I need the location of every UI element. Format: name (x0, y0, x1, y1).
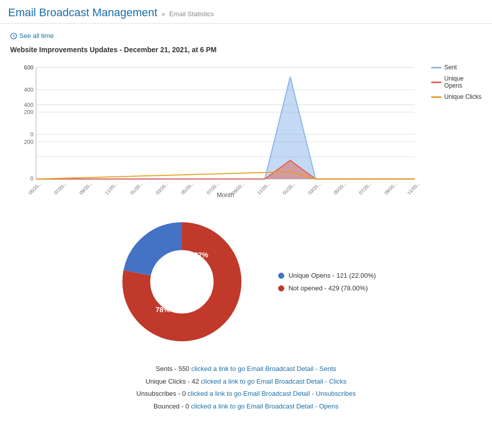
page-header: Email Broadcast Management » Email Stati… (0, 0, 492, 24)
see-all-time-link[interactable]: See all time (10, 32, 482, 40)
stats-unique-clicks: Unique Clicks - 42 clicked a link to go … (10, 376, 482, 388)
stats-unsubscribes: Unsubscribes - 0 clicked a link to go Em… (10, 388, 482, 400)
clock-icon (10, 32, 17, 40)
donut-label-78: 78% (156, 306, 170, 314)
line-chart-area: 600 400 200 0 600 400 200 0 05/20. (10, 59, 482, 201)
svg-line-2 (14, 36, 15, 37)
stats-sents: Sents - 550 clicked a link to go Email B… (10, 363, 482, 376)
donut-legend-item-opens: Unique Opens - 121 (22.00%) (278, 272, 376, 279)
svg-text:200: 200 (24, 109, 33, 115)
donut-chart-container: 22% 78% (116, 216, 248, 348)
svg-text:0: 0 (30, 175, 33, 181)
svg-text:400: 400 (24, 102, 33, 108)
svg-text:03/20...: 03/20... (155, 181, 169, 196)
svg-text:200: 200 (24, 139, 33, 145)
stats-sents-link[interactable]: clicked a link to go Email Broadcast Det… (191, 365, 336, 372)
legend-label-unique-opens: Unique Opens (444, 75, 482, 89)
svg-text:05/20...: 05/20... (28, 181, 43, 196)
legend-item-unique-clicks: Unique Clicks (431, 93, 482, 100)
page-title: Email Broadcast Management (8, 6, 158, 19)
svg-text:07/20...: 07/20... (53, 181, 68, 196)
stats-sents-prefix: Sents - 550 (156, 365, 190, 372)
svg-text:01/20...: 01/20... (129, 181, 144, 196)
svg-text:Month: Month (217, 192, 234, 199)
stats-section: Sents - 550 clicked a link to go Email B… (10, 363, 482, 413)
main-content: See all time Website Improvements Update… (0, 24, 492, 421)
legend-label-sent: Sent (444, 64, 457, 71)
donut-legend-item-not-opened: Not opened - 429 (78.00%) (278, 284, 376, 292)
chart-legend: Sent Unique Opens Unique Clicks (425, 59, 482, 100)
donut-label-22: 22% (194, 251, 209, 259)
stats-unique-clicks-prefix: Unique Clicks - 42 (145, 378, 199, 385)
legend-item-sent: Sent (431, 64, 482, 71)
donut-legend-label-opens: Unique Opens - 121 (22.00%) (288, 272, 376, 279)
svg-text:11/20...: 11/20... (104, 181, 119, 196)
stats-unsubscribes-prefix: Unsubscribes - 0 (136, 390, 186, 397)
svg-text:11/20...: 11/20... (406, 181, 421, 196)
donut-section: 22% 78% Unique Opens - 121 (22.00%) Not … (10, 216, 482, 348)
chart-title: Website Improvements Updates - December … (10, 46, 482, 54)
legend-color-sent (431, 67, 441, 68)
breadcrumb-current: Email Statistics (169, 10, 214, 18)
svg-text:0: 0 (30, 131, 33, 137)
svg-point-43 (150, 250, 213, 313)
stats-unsubscribes-link[interactable]: clicked a link to go Email Broadcast Det… (187, 390, 356, 397)
line-chart-svg: 600 400 200 0 600 400 200 0 05/20. (10, 59, 425, 201)
svg-text:09/20...: 09/20... (79, 181, 93, 196)
donut-legend: Unique Opens - 121 (22.00%) Not opened -… (278, 272, 376, 292)
legend-color-unique-clicks (431, 96, 441, 98)
stats-bounced: Bounced - 0 clicked a link to go Email B… (10, 400, 482, 413)
svg-text:05/20...: 05/20... (333, 181, 348, 196)
donut-dot-not-opened (278, 285, 284, 291)
svg-text:400: 400 (24, 87, 33, 93)
svg-text:07/20...: 07/20... (358, 181, 373, 196)
donut-legend-label-not-opened: Not opened - 429 (78.00%) (288, 284, 368, 292)
legend-color-unique-opens (431, 82, 441, 83)
svg-text:600: 600 (24, 64, 33, 70)
line-chart-container: 600 400 200 0 600 400 200 0 05/20. (10, 59, 425, 201)
svg-text:05/20...: 05/20... (180, 181, 195, 196)
svg-text:03/20...: 03/20... (307, 181, 322, 196)
breadcrumb-sep: » (162, 10, 165, 18)
donut-chart-svg: 22% 78% (116, 216, 248, 348)
legend-item-unique-opens: Unique Opens (431, 75, 482, 89)
stats-bounced-prefix: Bounced - 0 (154, 402, 189, 410)
stats-unique-clicks-link[interactable]: clicked a link to go Email Broadcast Det… (201, 378, 347, 385)
legend-label-unique-clicks: Unique Clicks (444, 93, 481, 100)
svg-text:01/20...: 01/20... (282, 181, 296, 196)
svg-text:11/20...: 11/20... (256, 181, 271, 196)
donut-dot-opens (278, 273, 284, 279)
svg-text:09/20...: 09/20... (384, 181, 398, 196)
stats-bounced-link[interactable]: clicked a link to go Email Broadcast Det… (191, 402, 338, 410)
